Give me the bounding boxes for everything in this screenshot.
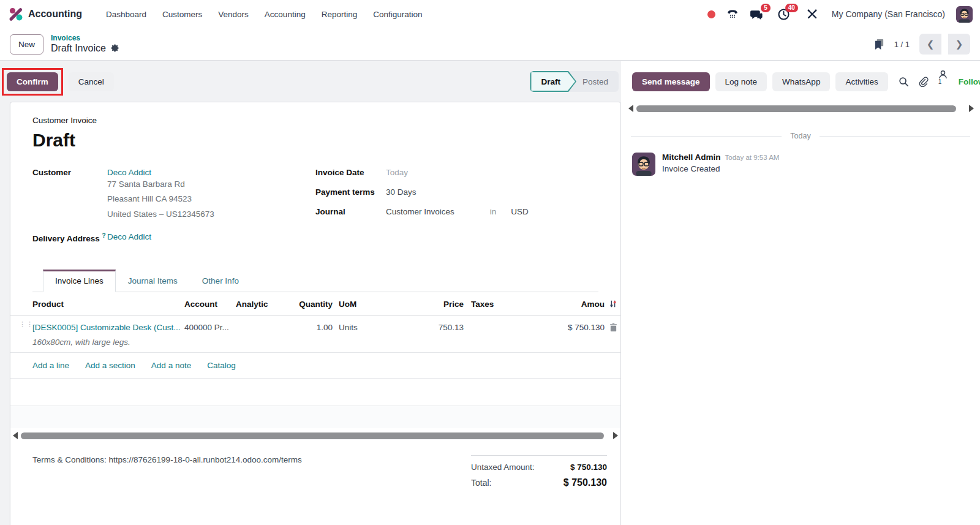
whatsapp-button[interactable]: WhatsApp — [772, 72, 830, 91]
line-account[interactable]: 400000 Pr... — [184, 323, 236, 332]
nav-reporting[interactable]: Reporting — [322, 10, 358, 19]
catalog-link[interactable]: Catalog — [207, 361, 236, 370]
optional-columns-icon[interactable] — [605, 300, 621, 308]
top-navbar: Accounting Dashboard Customers Vendors A… — [0, 0, 980, 28]
action-row: Confirm Cancel Draft Posted — [0, 69, 621, 94]
activities-clock-icon[interactable]: 40 — [777, 8, 790, 21]
delete-line-icon[interactable] — [605, 323, 621, 332]
bookmark-icon[interactable] — [874, 39, 884, 50]
statusbar: Draft Posted — [530, 71, 619, 92]
sheet-footer: Terms & Conditions: https://87626199-18-… — [10, 443, 620, 488]
search-messages-icon[interactable] — [899, 77, 909, 87]
control-panel: New Invoices Draft Invoice 1 / 1 ❮ ❯ — [0, 28, 980, 61]
chatter-message: Mitchell Admin Today at 9:53 AM Invoice … — [632, 153, 980, 176]
breadcrumb-invoices[interactable]: Invoices — [51, 34, 119, 43]
invoice-lines-table: Product Account Analytic Quantity UoM Pr… — [10, 292, 620, 428]
invoice-date-field[interactable]: Today — [386, 168, 408, 177]
terms-and-conditions[interactable]: Terms & Conditions: https://87626199-18-… — [32, 455, 302, 488]
scroll-right-arrow-icon[interactable] — [969, 105, 974, 112]
company-switcher[interactable]: My Company (San Francisco) — [832, 9, 945, 19]
messages-icon[interactable]: 5 — [750, 8, 763, 21]
author-avatar[interactable] — [632, 153, 655, 176]
col-analytic[interactable]: Analytic — [236, 300, 288, 309]
col-product[interactable]: Product — [32, 300, 184, 309]
chatter-toolbar: Send message Log note WhatsApp Activitie… — [621, 61, 980, 94]
fields-left-column: Customer Deco Addict 77 Santa Barbara Rd… — [32, 168, 315, 253]
nav-dashboard[interactable]: Dashboard — [106, 10, 146, 19]
systray: 5 40 My Company (San Francisco) — [707, 6, 973, 23]
odoo-accounting-logo-icon[interactable] — [9, 7, 23, 21]
journal-currency-field[interactable]: USD — [511, 207, 529, 216]
statusbar-draft[interactable]: Draft — [530, 71, 576, 92]
pager-next-button[interactable]: ❯ — [948, 34, 970, 55]
col-account[interactable]: Account — [184, 300, 236, 309]
user-avatar[interactable] — [956, 6, 973, 23]
col-uom[interactable]: UoM — [333, 300, 382, 309]
tab-invoice-lines[interactable]: Invoice Lines — [43, 270, 116, 292]
chatter-horizontal-scrollbar[interactable] — [628, 101, 974, 116]
col-amount[interactable]: Amou — [513, 300, 605, 309]
debug-tools-icon[interactable] — [806, 8, 818, 20]
gear-icon[interactable] — [110, 43, 119, 53]
cancel-button[interactable]: Cancel — [69, 72, 114, 91]
journal-label: Journal — [315, 207, 386, 216]
log-note-button[interactable]: Log note — [715, 72, 767, 91]
customer-label: Customer — [32, 168, 107, 222]
line-product[interactable]: [DESK0005] Customizable Desk (Cust... — [32, 323, 184, 332]
drag-handle-icon[interactable]: ⋮⋮ — [10, 323, 32, 326]
nav-customers[interactable]: Customers — [162, 10, 202, 19]
delivery-address-field[interactable]: Deco Addict — [107, 232, 151, 243]
message-author[interactable]: Mitchell Admin — [662, 153, 721, 162]
add-a-line-link[interactable]: Add a line — [32, 361, 69, 370]
document-type-label: Customer Invoice — [32, 116, 598, 125]
total-value: $ 750.130 — [564, 477, 607, 488]
scroll-left-arrow-icon[interactable] — [628, 105, 633, 112]
followers-icon[interactable]: 1 — [938, 69, 948, 94]
confirm-button[interactable]: Confirm — [7, 72, 58, 91]
pager-previous-button[interactable]: ❮ — [919, 34, 941, 55]
col-taxes[interactable]: Taxes — [464, 300, 513, 309]
empty-table-space — [10, 406, 620, 428]
tab-journal-items[interactable]: Journal Items — [116, 270, 190, 292]
nav-accounting[interactable]: Accounting — [265, 10, 306, 19]
journal-field[interactable]: Customer Invoices — [386, 207, 454, 216]
messages-badge: 5 — [761, 4, 771, 12]
send-message-button[interactable]: Send message — [632, 72, 710, 91]
new-button[interactable]: New — [10, 34, 43, 55]
customer-field[interactable]: Deco Addict — [107, 168, 214, 177]
statusbar-posted[interactable]: Posted — [576, 71, 619, 92]
col-price[interactable]: Price — [382, 300, 464, 309]
scroll-right-arrow-icon[interactable] — [613, 432, 618, 439]
app-name[interactable]: Accounting — [28, 9, 82, 20]
total-label: Total: — [471, 478, 491, 488]
scrollbar-thumb[interactable] — [21, 432, 604, 439]
breadcrumb: Invoices Draft Invoice — [51, 34, 119, 54]
nav-configuration[interactable]: Configuration — [373, 10, 422, 19]
tab-other-info[interactable]: Other Info — [190, 270, 251, 292]
chatter-panel: Send message Log note WhatsApp Activitie… — [621, 61, 980, 525]
line-price[interactable]: 750.13 — [382, 323, 464, 332]
line-amount: $ 750.130 — [513, 323, 605, 332]
table-header-row: Product Account Analytic Quantity UoM Pr… — [10, 292, 620, 316]
follow-button[interactable]: Follow — [959, 77, 980, 86]
nav-vendors[interactable]: Vendors — [218, 10, 249, 19]
col-quantity[interactable]: Quantity — [288, 300, 333, 309]
breadcrumb-current: Draft Invoice — [51, 43, 106, 54]
pager: 1 / 1 ❮ ❯ — [874, 34, 970, 55]
payment-terms-field[interactable]: 30 Days — [386, 187, 417, 197]
scroll-left-arrow-icon[interactable] — [13, 432, 18, 439]
add-a-section-link[interactable]: Add a section — [85, 361, 135, 370]
activities-button[interactable]: Activities — [835, 72, 888, 91]
line-uom[interactable]: Units — [333, 323, 382, 332]
scrollbar-thumb[interactable] — [636, 105, 956, 112]
help-hint[interactable]: ? — [102, 232, 106, 239]
voip-phone-icon[interactable] — [726, 8, 739, 20]
line-quantity[interactable]: 1.00 — [288, 323, 333, 332]
add-a-note-link[interactable]: Add a note — [151, 361, 191, 370]
date-divider: Today — [631, 132, 970, 140]
empty-table-space — [10, 379, 620, 406]
table-horizontal-scrollbar[interactable] — [13, 428, 618, 443]
line-description[interactable]: 160x80cm, with large legs. — [32, 338, 184, 347]
invoice-line-row[interactable]: ⋮⋮ [DESK0005] Customizable Desk (Cust...… — [10, 316, 620, 353]
attachment-paperclip-icon[interactable] — [918, 77, 929, 87]
